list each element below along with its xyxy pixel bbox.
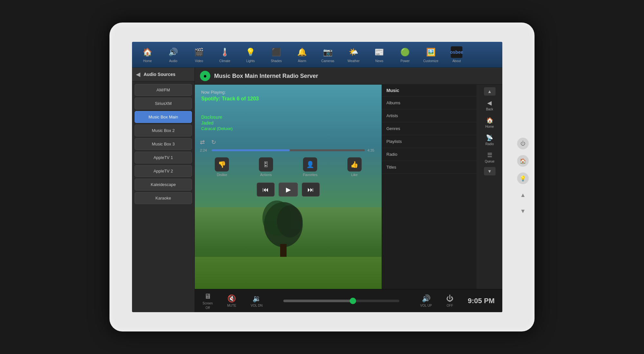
actions-icon: 🎛 bbox=[259, 157, 273, 172]
repeat-button[interactable]: ↻ bbox=[211, 139, 216, 146]
tree-silhouette bbox=[259, 199, 308, 263]
nav-alarm[interactable]: 🔔 Alarm bbox=[289, 46, 315, 63]
power-off-button[interactable]: ⏻ OFF bbox=[446, 294, 453, 307]
action-buttons: 👎 Dislike 🎛 Actions 👤 Favorites bbox=[195, 155, 382, 179]
volume-thumb[interactable] bbox=[350, 298, 356, 304]
dislike-button[interactable]: 👎 Dislike bbox=[215, 157, 229, 177]
browser-item-titles[interactable]: Titles bbox=[382, 161, 477, 174]
player-right-section: Music Albums Artists Genres Playlists Ra… bbox=[382, 85, 502, 289]
favorites-button[interactable]: 👤 Favorites bbox=[303, 157, 317, 177]
now-playing-overlay: Now Playing: Spotify: Track 6 of 1203 Di… bbox=[195, 85, 382, 136]
light-button[interactable]: 💡 bbox=[517, 172, 529, 184]
scroll-down-button[interactable]: ▼ bbox=[484, 167, 496, 175]
sidebar-item-appletv1[interactable]: AppleTV 1 bbox=[135, 152, 192, 163]
nav-power[interactable]: 🟢 Power bbox=[392, 46, 418, 63]
like-icon: 👍 bbox=[347, 157, 362, 172]
tablet-frame: ⏻ 🏠 💡 ▲ ▼ 🏠 Home 🔊 Audio 🎬 Video 🌡️ Clim… bbox=[109, 23, 535, 331]
nav-cameras[interactable]: 📷 Cameras bbox=[315, 46, 341, 63]
scroll-up-button[interactable]: ▲ bbox=[484, 87, 496, 96]
sidebar-item-musicbox2[interactable]: Music Box 2 bbox=[135, 125, 192, 136]
vol-up-button[interactable]: 🔊 VOL UP bbox=[420, 294, 432, 307]
nav-home[interactable]: 🏠 Home bbox=[135, 46, 160, 63]
bnav-home-label: Home bbox=[485, 125, 494, 128]
nav-audio[interactable]: 🔊 Audio bbox=[160, 46, 186, 63]
time-display: 9:05 PM bbox=[468, 297, 495, 305]
screen-off-label: Screen bbox=[203, 302, 213, 305]
shuffle-repeat-controls: ⇄ ↻ bbox=[200, 139, 376, 146]
nav-video-label: Video bbox=[195, 59, 203, 63]
shades-icon: ⬛ bbox=[270, 46, 282, 58]
nav-shades-label: Shades bbox=[271, 59, 282, 63]
sidebar-item-kaleidescape[interactable]: Kaleidescape bbox=[135, 179, 192, 191]
nav-audio-label: Audio bbox=[169, 59, 177, 63]
nav-lights[interactable]: 💡 Lights bbox=[238, 46, 263, 63]
like-button[interactable]: 👍 Like bbox=[347, 157, 362, 177]
actions-button[interactable]: 🎛 Actions bbox=[259, 157, 273, 177]
bnav-home[interactable]: 🏠 Home bbox=[483, 115, 496, 130]
bnav-radio[interactable]: 📡 Radio bbox=[483, 132, 496, 148]
player-area: Now Playing: Spotify: Track 6 of 1203 Di… bbox=[195, 85, 502, 289]
bnav-back-label: Back bbox=[486, 107, 493, 111]
bnav-radio-label: Radio bbox=[485, 142, 494, 146]
track-info: Spotify: Track 6 of 1203 bbox=[201, 96, 375, 102]
screen-icon: 🖥 bbox=[204, 292, 211, 301]
volume-slider[interactable] bbox=[283, 300, 399, 302]
sidebar: ◀ Audio Sources AM/FM SiriusXM Music Box… bbox=[132, 68, 195, 312]
osbee-logo: osbee bbox=[451, 46, 462, 58]
radio-nav-icon: 📡 bbox=[486, 134, 493, 141]
nav-climate[interactable]: 🌡️ Climate bbox=[212, 46, 238, 63]
nav-video[interactable]: 🎬 Video bbox=[186, 46, 212, 63]
sidebar-item-karaoke[interactable]: Karaoke bbox=[135, 192, 192, 204]
sidebar-item-appletv2[interactable]: AppleTV 2 bbox=[135, 165, 192, 177]
browser-item-genres[interactable]: Genres bbox=[382, 122, 477, 135]
mute-button[interactable]: 🔇 MUTE bbox=[227, 294, 236, 307]
browser-item-artists[interactable]: Artists bbox=[382, 109, 477, 122]
browser-item-radio[interactable]: Radio bbox=[382, 148, 477, 161]
nav-about[interactable]: osbee About bbox=[444, 46, 469, 63]
browser-item-albums[interactable]: Albums bbox=[382, 97, 477, 109]
like-label: Like bbox=[351, 173, 358, 177]
nav-weather[interactable]: 🌤️ Weather bbox=[341, 46, 366, 63]
time-total: 4:35 bbox=[367, 148, 376, 152]
screen-off-button[interactable]: 🖥 Screen Off bbox=[203, 292, 213, 310]
nav-shades[interactable]: ⬛ Shades bbox=[263, 46, 289, 63]
next-button[interactable]: ⏭ bbox=[302, 182, 320, 197]
up-arrow-button[interactable]: ▲ bbox=[518, 190, 528, 200]
nav-alarm-label: Alarm bbox=[298, 59, 306, 63]
actions-label: Actions bbox=[260, 173, 272, 177]
sidebar-item-amfm[interactable]: AM/FM bbox=[135, 84, 192, 96]
play-pause-button[interactable]: ▶ bbox=[279, 182, 298, 197]
bottom-bar: 🖥 Screen Off 🔇 MUTE 🔉 VOL DN bbox=[195, 289, 502, 312]
nav-customize[interactable]: 🖼️ Customize bbox=[418, 46, 444, 63]
vol-down-button[interactable]: 🔉 VOL DN bbox=[251, 294, 263, 307]
browser-item-playlists[interactable]: Playlists bbox=[382, 135, 477, 148]
top-navigation: 🏠 Home 🔊 Audio 🎬 Video 🌡️ Climate 💡 Ligh… bbox=[132, 42, 502, 68]
svg-point-2 bbox=[277, 205, 303, 238]
progress-bar[interactable] bbox=[212, 149, 365, 151]
nav-lights-label: Lights bbox=[246, 59, 255, 63]
vol-dn-label: VOL DN bbox=[251, 304, 263, 307]
sidebar-item-siriusxm[interactable]: SiriusXM bbox=[135, 98, 192, 109]
home-icon: 🏠 bbox=[142, 46, 153, 58]
previous-button[interactable]: ⏮ bbox=[257, 182, 275, 197]
power-button[interactable]: ⏻ bbox=[517, 138, 529, 149]
back-nav-icon: ◀ bbox=[487, 99, 492, 107]
favorites-label: Favorites bbox=[303, 173, 317, 177]
weather-icon: 🌤️ bbox=[348, 46, 359, 58]
shuffle-button[interactable]: ⇄ bbox=[200, 139, 205, 146]
nav-customize-label: Customize bbox=[423, 59, 438, 63]
right-side-controls: ⏻ 🏠 💡 ▲ ▼ bbox=[517, 138, 529, 216]
sidebar-back-button[interactable]: ◀ bbox=[136, 71, 140, 78]
bnav-queue[interactable]: ☰ Queue bbox=[483, 150, 496, 165]
vol-up-icon: 🔊 bbox=[422, 294, 431, 303]
sidebar-item-musicboxmain[interactable]: Music Box Main bbox=[135, 111, 192, 123]
sidebar-item-musicbox3[interactable]: Music Box 3 bbox=[135, 138, 192, 150]
progress-area: 2:24 4:35 bbox=[200, 148, 376, 152]
bnav-back[interactable]: ◀ Back bbox=[484, 98, 495, 113]
power-off-icon: ⏻ bbox=[446, 294, 453, 303]
down-arrow-button[interactable]: ▼ bbox=[518, 206, 528, 216]
artist-name: Disclosure bbox=[201, 115, 375, 120]
home-button[interactable]: 🏠 bbox=[517, 155, 529, 167]
nav-news[interactable]: 📰 News bbox=[366, 46, 392, 63]
screen-off-label2: Off bbox=[205, 306, 210, 310]
